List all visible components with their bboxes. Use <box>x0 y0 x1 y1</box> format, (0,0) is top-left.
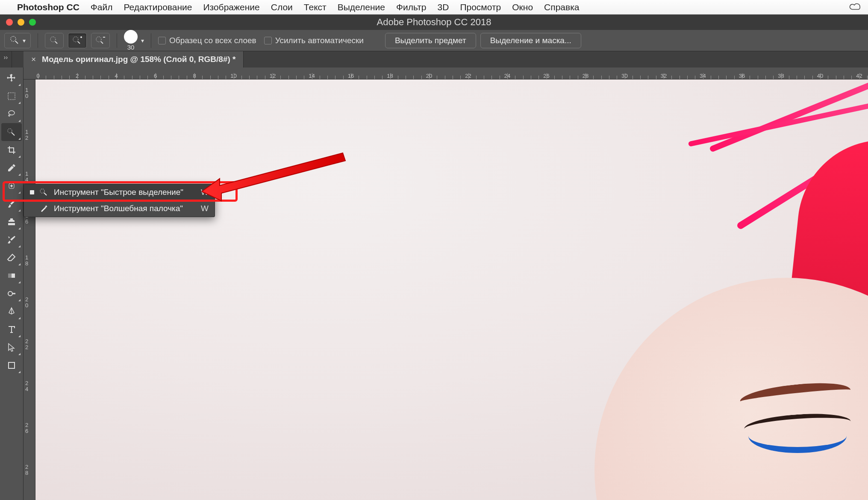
menu-3d[interactable]: 3D <box>438 2 449 12</box>
tool-preset-picker[interactable]: ▾ <box>4 33 31 48</box>
magic-wand-icon <box>39 204 49 213</box>
move-tool[interactable] <box>1 69 22 87</box>
document-tab[interactable]: × Модель оригинал.jpg @ 158% (Слой 0, RG… <box>24 51 244 68</box>
flyout-selected-indicator <box>30 190 34 194</box>
panel-toggle-button[interactable]: ›› <box>0 51 12 68</box>
clone-stamp-tool[interactable] <box>1 213 22 231</box>
svg-point-5 <box>8 129 12 133</box>
brush-tool[interactable] <box>1 195 22 213</box>
dodge-tool[interactable] <box>1 285 22 303</box>
window-close-button[interactable] <box>6 19 13 26</box>
close-tab-icon[interactable]: × <box>31 55 36 64</box>
menu-filter[interactable]: Фильтр <box>396 2 427 12</box>
pen-tool[interactable] <box>1 303 22 321</box>
auto-enhance-checkbox[interactable]: Усилить автоматически <box>264 36 364 45</box>
crop-tool[interactable] <box>1 141 22 159</box>
ruler-tick: 28 <box>25 464 28 476</box>
workspace: ›› × Модель оригинал.jpg @ 158% (Слой 0,… <box>0 51 868 500</box>
quick-selection-icon <box>39 188 49 197</box>
brush-preview-icon <box>124 30 138 44</box>
horizontal-ruler[interactable]: 024681012141618202224262830323436384042 <box>24 68 868 79</box>
tools-panel <box>0 68 24 500</box>
tool-flyout-menu: Инструмент "Быстрое выделение" W Инструм… <box>24 184 215 217</box>
window-zoom-button[interactable] <box>29 19 36 26</box>
flyout-item-label: Инструмент "Быстрое выделение" <box>54 188 183 197</box>
selection-subtract-button[interactable] <box>91 33 110 48</box>
ruler-tick: 10 <box>25 87 28 99</box>
sample-all-layers-checkbox[interactable]: Образец со всех слоев <box>158 36 256 45</box>
select-and-mask-button[interactable]: Выделение и маска... <box>480 33 581 48</box>
brush-preset-picker[interactable]: 30 ▾ <box>124 30 144 51</box>
ruler-tick: 24 <box>25 380 28 392</box>
svg-point-3 <box>96 37 101 42</box>
svg-point-0 <box>11 36 16 41</box>
svg-rect-10 <box>9 362 15 368</box>
window-titlebar: Adobe Photoshop CC 2018 <box>0 15 868 30</box>
menu-view[interactable]: Просмотр <box>460 2 501 12</box>
mac-menubar: Photoshop CC Файл Редактирование Изображ… <box>0 0 868 15</box>
selection-add-button[interactable] <box>68 33 87 48</box>
options-bar: ▾ 30 ▾ Образец со всех слоев Усилить авт… <box>0 30 868 51</box>
menu-window[interactable]: Окно <box>512 2 533 12</box>
auto-enhance-label: Усилить автоматически <box>275 36 364 45</box>
menu-edit[interactable]: Редактирование <box>124 2 192 12</box>
flyout-quick-selection[interactable]: Инструмент "Быстрое выделение" W <box>24 184 215 200</box>
document-canvas[interactable] <box>35 79 868 500</box>
path-selection-tool[interactable] <box>1 338 22 356</box>
eyedropper-tool[interactable] <box>1 159 22 177</box>
menu-help[interactable]: Справка <box>544 2 579 12</box>
ruler-tick: 14 <box>25 171 28 182</box>
brush-size-value: 30 <box>127 44 135 51</box>
gradient-tool[interactable] <box>1 267 22 285</box>
quick-selection-tool[interactable] <box>1 123 22 141</box>
type-tool[interactable] <box>1 321 22 338</box>
flyout-item-shortcut: W <box>201 188 209 197</box>
marquee-tool[interactable] <box>1 87 22 105</box>
eraser-tool[interactable] <box>1 249 22 267</box>
svg-rect-8 <box>8 274 12 278</box>
app-menu[interactable]: Photoshop CC <box>17 2 79 12</box>
menu-text[interactable]: Текст <box>304 2 327 12</box>
svg-point-11 <box>40 189 44 193</box>
ruler-tick: 18 <box>25 255 28 266</box>
svg-point-1 <box>50 37 56 42</box>
healing-brush-tool[interactable] <box>1 177 22 195</box>
ruler-tick: 12 <box>25 129 28 141</box>
svg-rect-4 <box>8 93 15 100</box>
svg-point-9 <box>8 291 12 296</box>
menu-layers[interactable]: Слои <box>271 2 293 12</box>
ruler-tick: 22 <box>25 338 28 350</box>
select-subject-button[interactable]: Выделить предмет <box>385 33 476 48</box>
flyout-item-shortcut: W <box>201 204 209 213</box>
rectangle-tool[interactable] <box>1 356 22 374</box>
selection-new-button[interactable] <box>45 33 64 48</box>
cc-status-icon[interactable] <box>849 3 862 12</box>
menu-select[interactable]: Выделение <box>338 2 385 12</box>
document-tab-title: Модель оригинал.jpg @ 158% (Слой 0, RGB/… <box>42 55 235 64</box>
lasso-tool[interactable] <box>1 105 22 123</box>
menu-file[interactable]: Файл <box>91 2 113 12</box>
flyout-magic-wand[interactable]: Инструмент "Волшебная палочка" W <box>24 200 215 217</box>
window-title: Adobe Photoshop CC 2018 <box>0 17 868 28</box>
flyout-item-label: Инструмент "Волшебная палочка" <box>54 204 183 213</box>
window-minimize-button[interactable] <box>18 19 24 26</box>
ruler-tick: 26 <box>25 422 28 434</box>
sample-all-layers-label: Образец со всех слоев <box>169 36 256 45</box>
history-brush-tool[interactable] <box>1 231 22 249</box>
ruler-tick: 20 <box>25 297 28 308</box>
svg-point-2 <box>73 37 78 42</box>
menu-image[interactable]: Изображение <box>203 2 259 12</box>
vertical-ruler[interactable]: 10121416182022242628 <box>24 79 35 500</box>
